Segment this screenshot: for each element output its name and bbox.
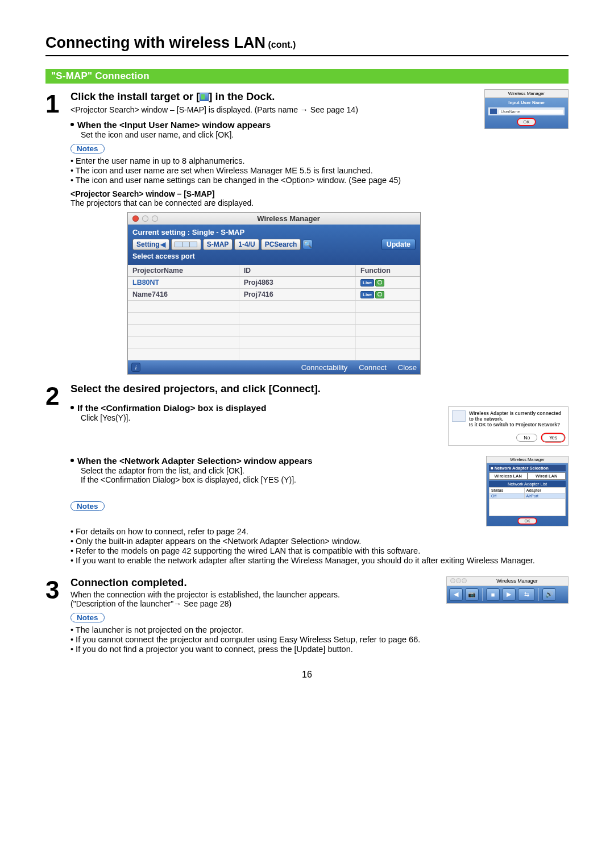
ok-button[interactable]: OK: [518, 518, 536, 524]
dialog-text-line: Wireless Adapter is currently connected …: [469, 410, 565, 422]
window-title: Wireless Manager: [161, 214, 416, 223]
step-desc: <Projector Search> window – [S-MAP] is d…: [70, 105, 478, 114]
select-access-port-label: Select access port: [132, 250, 416, 261]
notes-list: • Enter the user name in up to 8 alphanu…: [70, 156, 478, 185]
window-title: Wireless Manager: [470, 578, 565, 584]
live-icon: Live: [360, 291, 374, 298]
sub-heading: When the <Input User Name> window appear…: [70, 120, 478, 130]
yes-button[interactable]: Yes: [542, 434, 565, 442]
table-row: [128, 337, 420, 348]
notes-list: • The launcher is not projected on the p…: [70, 625, 569, 654]
user-name-field: UserName: [499, 110, 563, 114]
figure-confirmation-dialog: Wireless Adapter is currently connected …: [448, 406, 569, 446]
notes-label: Notes: [70, 613, 105, 622]
figure-projector-search-window: Wireless Manager Current setting : Singl…: [127, 212, 421, 375]
projector-search-heading: <Projector Search> window – [S-MAP]: [70, 189, 478, 198]
titlebar: Wireless Manager: [487, 456, 568, 463]
launcher-play-icon[interactable]: ▶: [502, 588, 516, 601]
no-button[interactable]: No: [516, 434, 537, 442]
projector-search-body: The projectors that can be connected are…: [70, 198, 478, 207]
page-title: Connecting with wireless LAN (cont.): [45, 34, 569, 52]
titlebar: Wireless Manager: [485, 90, 568, 98]
note-item: • The icon and user name settings can be…: [70, 176, 478, 185]
list-header: Network Adapter List: [489, 481, 566, 487]
step-title: Select the desired projectors, and click…: [70, 383, 569, 395]
launcher-stop-icon[interactable]: ■: [486, 588, 500, 601]
col-id: ID: [239, 265, 355, 277]
step-2: 2 Select the desired projectors, and cli…: [45, 381, 569, 565]
connectability-button[interactable]: Connectability: [301, 363, 348, 372]
dialog-header: ■ Network Adapter Selection: [489, 465, 566, 471]
step-body-text: When the connection with the projector i…: [70, 590, 355, 608]
note-item: • Refer to the models on page 42 support…: [70, 546, 569, 555]
note-item: • If you want to enable the network adap…: [70, 556, 569, 565]
user-type-icon: [490, 109, 497, 114]
tab-14u[interactable]: 1-4/U: [234, 239, 259, 250]
launcher-link-icon[interactable]: ⇆: [518, 588, 535, 601]
screen-icon: 🖵: [375, 279, 384, 286]
step-number: 1: [45, 92, 70, 117]
window-dots: [450, 578, 467, 584]
info-icon[interactable]: i: [131, 363, 140, 372]
minimize-icon: [142, 215, 148, 222]
figure-input-user-name: Wireless Manager Input User Name UserNam…: [484, 89, 569, 129]
tab-wireless-lan[interactable]: Wireless LAN: [489, 472, 528, 480]
page-number: 16: [45, 670, 569, 680]
notes-label: Notes: [70, 501, 105, 511]
title-cont: (cont.): [265, 40, 296, 49]
tab-smap[interactable]: S-MAP: [203, 239, 233, 250]
table-row: [128, 301, 420, 313]
setting-button[interactable]: Setting◀: [132, 239, 169, 250]
tab-pcsearch[interactable]: PCSearch: [261, 239, 301, 250]
col-projector-name: ProjectorName: [128, 265, 239, 277]
close-icon[interactable]: [132, 215, 139, 222]
note-item: • If you cannot connect the projector an…: [70, 635, 569, 644]
dialog-text-line: Is it OK to switch to Projector Network?: [469, 422, 565, 427]
notes-label: Notes: [70, 144, 105, 153]
step-1: 1 Click the install target or [] in the …: [45, 89, 478, 379]
launcher-volume-icon[interactable]: 🔊: [542, 588, 556, 601]
search-icon[interactable]: 🔍: [302, 239, 313, 250]
update-button[interactable]: Update: [381, 239, 416, 250]
dialog-header: Input User Name: [488, 100, 565, 105]
title-rule: [45, 55, 569, 56]
figure-launcher: Wireless Manager ◀ 📷 ■ ▶ ⇆ 🔊: [446, 576, 569, 604]
close-button[interactable]: Close: [398, 363, 417, 372]
list-blank-area: [489, 499, 566, 516]
section-band: "S-MAP" Connection: [45, 69, 569, 84]
note-item: • The icon and user name are set when Wi…: [70, 166, 478, 175]
note-item: • Only the built-in adapter appears on t…: [70, 537, 569, 546]
adapter-icon: [452, 410, 466, 422]
step-number: 2: [45, 384, 70, 409]
table-row[interactable]: Name7416 Proj7416 Live🖵: [128, 289, 420, 301]
col-function: Function: [356, 265, 420, 277]
sub-body: Set the icon and user name, and click [O…: [81, 130, 478, 139]
table-row: [128, 348, 420, 360]
title-main: Connecting with wireless LAN: [45, 34, 265, 51]
screen-icon: 🖵: [375, 291, 384, 298]
table-row: [128, 325, 420, 337]
table-row[interactable]: LB80NT Proj4863 Live🖵: [128, 277, 420, 289]
note-item: • The launcher is not projected on the p…: [70, 625, 569, 634]
col-adapter: Adapter: [524, 487, 565, 493]
current-setting: Current setting : Single - S-MAP: [132, 227, 416, 239]
note-item: • Enter the user name in up to 8 alphanu…: [70, 156, 478, 165]
tab-wired-lan[interactable]: Wired LAN: [528, 472, 566, 480]
list-item[interactable]: OffAirPort: [489, 493, 566, 499]
note-item: • For details on how to connect, refer t…: [70, 527, 569, 536]
connect-button[interactable]: Connect: [359, 363, 386, 372]
step-title: Click the install target or [] in the Do…: [70, 90, 478, 103]
projector-table: ProjectorName ID Function LB80NT Proj486…: [128, 265, 420, 360]
col-status: Status: [489, 487, 525, 493]
live-icon: Live: [360, 279, 374, 286]
launcher-camera-icon[interactable]: 📷: [465, 588, 479, 601]
ok-button[interactable]: OK: [518, 119, 536, 125]
figure-network-adapter-selection: Wireless Manager ■ Network Adapter Selec…: [486, 456, 569, 526]
launcher-back-icon[interactable]: ◀: [449, 588, 463, 601]
dock-icon: [200, 93, 209, 101]
table-row: [128, 313, 420, 325]
zoom-icon: [152, 215, 158, 222]
step-number: 3: [45, 578, 70, 603]
layout-icons[interactable]: [171, 239, 201, 250]
step-3: 3 Wireless Manager ◀ 📷 ■ ▶ ⇆: [45, 575, 569, 654]
